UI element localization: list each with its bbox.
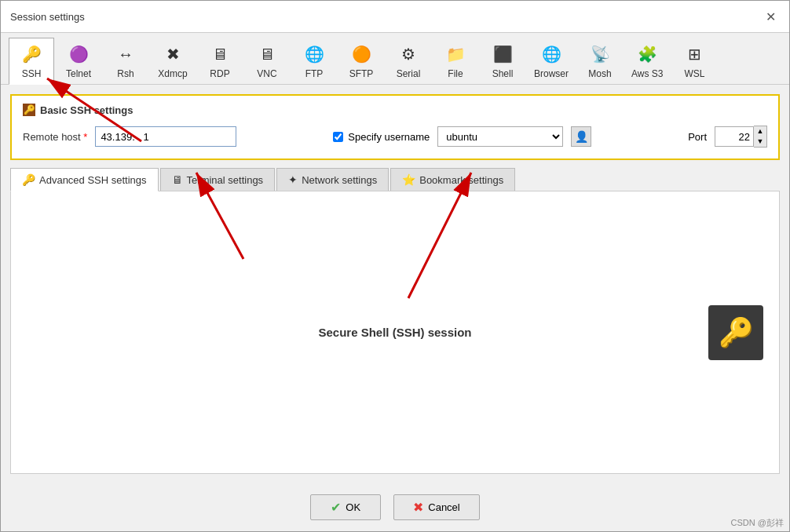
rdp-proto-icon: 🖥 [207,42,232,67]
xdmcp-proto-label: Xdmcp [158,68,187,79]
session-settings-dialog: Session settings ✕ 🔑 SSH 🟣 Telnet ↔ Rsh … [0,0,790,532]
protocol-tab-rsh[interactable]: ↔ Rsh [103,38,148,84]
lower-section: 🔑 Advanced SSH settings 🖥 Terminal setti… [10,168,780,474]
lower-tab-network[interactable]: ✦ Network settings [276,168,389,191]
close-button[interactable]: ✕ [761,7,780,26]
add-user-button[interactable]: 👤 [571,126,591,147]
key-icon: 🔑 [719,316,754,349]
cancel-label: Cancel [428,501,459,513]
rdp-proto-label: RDP [210,68,229,79]
vnc-proto-label: VNC [257,68,276,79]
port-decrement[interactable]: ▼ [754,137,766,147]
main-content: 🔑 Basic SSH settings Remote host * Speci… [1,85,789,483]
username-select[interactable]: ubuntu [437,126,563,147]
wsl-proto-label: WSL [684,68,704,79]
shell-proto-label: Shell [492,68,514,79]
dialog-title: Session settings [10,11,85,23]
session-label: Secure Shell (SSH) session [318,326,471,339]
serial-proto-icon: ⚙ [396,42,421,67]
protocol-tab-sftp[interactable]: 🟠 SFTP [338,38,384,84]
network-tab-label: Network settings [302,174,377,186]
protocol-tab-rdp[interactable]: 🖥 RDP [197,38,243,84]
port-input[interactable] [715,126,754,147]
specify-username-label: Specify username [348,131,430,143]
watermark: CSDN @彭祥 [731,517,784,529]
ok-button[interactable]: ✔ OK [310,494,381,520]
ok-label: OK [346,501,360,513]
protocol-tab-mosh[interactable]: 📡 Mosh [577,38,623,84]
protocol-tab-ssh[interactable]: 🔑 SSH [9,38,54,85]
browser-proto-icon: 🌐 [539,42,564,67]
basic-settings-title: 🔑 Basic SSH settings [23,104,767,116]
basic-ssh-settings-box: 🔑 Basic SSH settings Remote host * Speci… [10,94,780,160]
protocol-tab-wsl[interactable]: ⊞ WSL [671,38,717,84]
rsh-proto-label: Rsh [117,68,133,79]
lower-tabs: 🔑 Advanced SSH settings 🖥 Terminal setti… [10,168,780,191]
wsl-proto-icon: ⊞ [682,42,707,67]
ssh-icon-small: 🔑 [23,104,35,116]
protocol-tab-serial[interactable]: ⚙ Serial [386,38,431,84]
protocol-tab-telnet[interactable]: 🟣 Telnet [56,38,101,84]
sftp-proto-icon: 🟠 [349,42,374,67]
bookmark-tab-icon: ⭐ [402,173,415,186]
remote-host-input[interactable] [95,126,236,147]
lower-tab-bookmark[interactable]: ⭐ Bookmark settings [390,168,515,191]
file-proto-label: File [448,68,463,79]
advanced-tab-icon: 🔑 [22,173,35,186]
protocol-tab-xdmcp[interactable]: ✖ Xdmcp [150,38,196,84]
rsh-proto-icon: ↔ [113,42,138,67]
network-tab-icon: ✦ [288,173,298,186]
port-label: Port [688,131,707,143]
awss3-proto-label: Aws S3 [631,68,663,79]
key-icon-box: 🔑 [708,305,763,360]
port-increment[interactable]: ▲ [754,126,766,137]
port-spinner: ▲ ▼ [715,126,767,148]
browser-proto-label: Browser [534,68,569,79]
basic-settings-row: Remote host * Specify username ubuntu 👤 … [23,126,767,148]
serial-proto-label: Serial [397,68,421,79]
telnet-proto-icon: 🟣 [66,42,91,67]
vnc-proto-icon: 🖥 [254,42,280,67]
mosh-proto-label: Mosh [588,68,611,79]
lower-tab-advanced[interactable]: 🔑 Advanced SSH settings [10,168,159,191]
title-bar: Session settings ✕ [1,1,789,33]
footer: ✔ OK ✖ Cancel [1,483,789,531]
terminal-tab-icon: 🖥 [172,173,183,186]
ftp-proto-label: FTP [305,68,324,79]
protocol-bar: 🔑 SSH 🟣 Telnet ↔ Rsh ✖ Xdmcp 🖥 RDP 🖥 VNC… [1,33,789,85]
protocol-tab-shell[interactable]: ⬛ Shell [480,38,525,84]
ssh-proto-label: SSH [22,68,42,79]
file-proto-icon: 📁 [443,42,468,67]
lower-tab-content: Secure Shell (SSH) session 🔑 [10,191,780,474]
protocol-tab-vnc[interactable]: 🖥 VNC [244,38,290,84]
specify-username-row: Specify username [333,131,430,143]
xdmcp-proto-icon: ✖ [160,42,185,67]
ftp-proto-icon: 🌐 [302,42,327,67]
protocol-tab-browser[interactable]: 🌐 Browser [527,38,576,84]
protocol-tab-file[interactable]: 📁 File [433,38,478,84]
ok-icon: ✔ [331,500,341,515]
advanced-tab-label: Advanced SSH settings [39,174,147,186]
remote-host-label: Remote host * [23,131,87,143]
sftp-proto-label: SFTP [349,68,374,79]
telnet-proto-label: Telnet [66,68,91,79]
cancel-icon: ✖ [413,500,423,515]
shell-proto-icon: ⬛ [490,42,515,67]
cancel-button[interactable]: ✖ Cancel [393,494,479,520]
protocol-tab-awss3[interactable]: 🧩 Aws S3 [624,38,670,84]
lower-tab-terminal[interactable]: 🖥 Terminal settings [160,168,276,191]
specify-username-checkbox[interactable] [333,132,343,142]
awss3-proto-icon: 🧩 [635,42,660,67]
bookmark-tab-label: Bookmark settings [419,174,503,186]
terminal-tab-label: Terminal settings [187,174,264,186]
ssh-proto-icon: 🔑 [19,42,44,67]
mosh-proto-icon: 📡 [587,42,613,67]
protocol-tab-ftp[interactable]: 🌐 FTP [291,38,337,84]
port-spin-buttons: ▲ ▼ [754,126,767,148]
